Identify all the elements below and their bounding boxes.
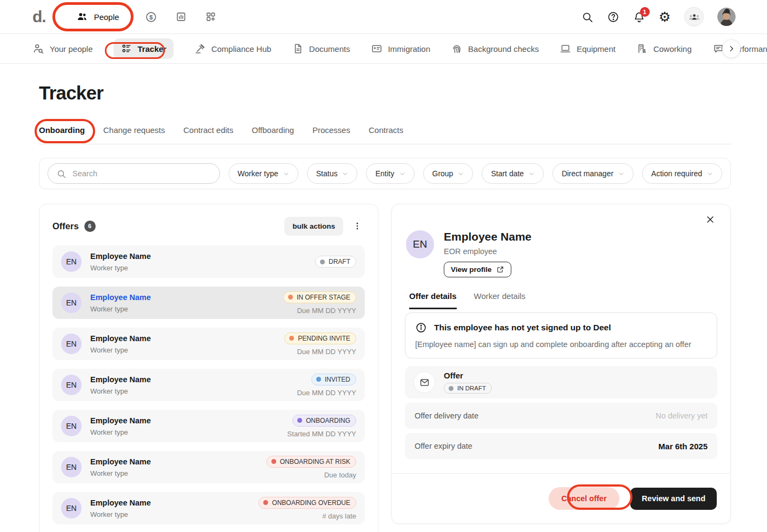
offer-row[interactable]: EN Employee NameWorker type PENDING INVI… — [52, 328, 365, 360]
filter-label: Group — [432, 169, 453, 178]
search-input[interactable] — [72, 169, 211, 178]
offer-row[interactable]: EN Employee NameWorker type INVITEDDue M… — [52, 369, 365, 401]
avatar: EN — [61, 498, 82, 518]
notifications-icon[interactable]: 1 — [633, 11, 645, 23]
nav-item-coworking[interactable]: Coworking — [636, 43, 692, 55]
status-badge: PENDING INVITE — [284, 332, 356, 344]
kebab-menu-icon[interactable] — [350, 218, 365, 234]
tab-offboarding[interactable]: Offboarding — [252, 125, 294, 144]
filter-direct-manager[interactable]: Direct manager — [552, 163, 633, 184]
mail-icon — [413, 371, 435, 393]
employee-detail-panel: EN Employee Name EOR employee View profi… — [391, 204, 731, 524]
worker-type: Worker type — [90, 428, 151, 436]
bulk-actions-button[interactable]: bulk actions — [284, 217, 343, 236]
notice-description: [Employee name] can sign up and complete… — [415, 340, 707, 349]
status-badge: ONBOARDING OVERDUE — [258, 497, 356, 509]
id-card-icon — [371, 43, 383, 55]
filter-bar: Worker type Status Entity Group Start da… — [39, 158, 731, 189]
finance-icon[interactable]: $ — [145, 11, 157, 23]
offer-delivery-date-row: Offer delivery date No delivery yet — [405, 403, 717, 429]
tab-contract-edits[interactable]: Contract edits — [183, 125, 234, 144]
worker-type: Worker type — [90, 469, 151, 477]
nav-label: Your people — [50, 44, 93, 54]
filter-label: Start date — [491, 169, 524, 178]
filter-status[interactable]: Status — [307, 163, 358, 184]
avatar: EN — [61, 292, 82, 313]
offers-count-badge: 6 — [84, 221, 96, 232]
search-box[interactable] — [48, 163, 220, 184]
nav-item-compliance-hub[interactable]: Compliance Hub — [194, 43, 271, 55]
nav-item-your-people[interactable]: Your people — [32, 43, 93, 55]
filter-action-required[interactable]: Action required — [642, 163, 722, 184]
offer-row[interactable]: EN Employee NameWorker type ONBOARDINGSt… — [52, 410, 365, 442]
notification-count-badge: 1 — [640, 7, 650, 17]
tracker-tabs: Onboarding Change requests Contract edit… — [39, 125, 731, 144]
tab-contracts[interactable]: Contracts — [369, 125, 403, 144]
offer-row-selected[interactable]: EN Employee NameWorker type IN OFFER STA… — [52, 287, 365, 319]
tab-worker-details[interactable]: Worker details — [474, 291, 526, 309]
nav-item-equipment[interactable]: Equipment — [559, 43, 616, 55]
cancel-offer-button[interactable]: Cancel offer — [549, 487, 620, 510]
svg-text:$: $ — [150, 14, 154, 20]
chevron-down-icon — [399, 171, 405, 177]
offer-row[interactable]: EN Employee NameWorker type DRAFT — [52, 245, 365, 278]
worker-type: Worker type — [90, 346, 151, 354]
status-dot — [289, 336, 294, 341]
tab-change-requests[interactable]: Change requests — [103, 125, 165, 144]
user-avatar[interactable] — [717, 8, 736, 26]
filter-start-date[interactable]: Start date — [482, 163, 544, 184]
days-late: # days late — [322, 512, 356, 520]
filter-group[interactable]: Group — [423, 163, 473, 184]
status-label: IN OFFER STAGE — [297, 294, 350, 301]
fingerprint-icon — [451, 43, 463, 55]
detail-body: This employee has not yet signed up to D… — [392, 309, 730, 459]
main-content: Tracker Onboarding Change requests Contr… — [0, 82, 767, 532]
employee-name: Employee Name — [90, 334, 151, 343]
apps-icon[interactable] — [205, 11, 217, 23]
filter-label: Worker type — [238, 169, 278, 178]
status-label: IN DRAFT — [457, 385, 486, 391]
review-and-send-button[interactable]: Review and send — [630, 488, 717, 510]
chevron-down-icon — [342, 171, 348, 177]
analytics-icon[interactable] — [175, 11, 187, 23]
nav-item-immigration[interactable]: Immigration — [371, 43, 430, 55]
view-profile-button[interactable]: View profile — [444, 262, 511, 277]
tab-offer-details[interactable]: Offer details — [409, 291, 457, 309]
page-title: Tracker — [39, 82, 731, 104]
employee-name: Employee Name — [90, 498, 151, 507]
nav-label: Coworking — [653, 44, 692, 54]
filter-worker-type[interactable]: Worker type — [229, 163, 298, 184]
nav-item-documents[interactable]: Documents — [292, 43, 350, 55]
offers-title: Offers — [52, 221, 79, 231]
status-badge: ONBOARDING AT RISK — [266, 456, 356, 468]
topbar: d. People $ 1 ⚙ — [0, 0, 767, 34]
content-panels: Offers 6 bulk actions EN Employee NameWo… — [39, 204, 731, 532]
status-label: ONBOARDING — [306, 417, 350, 424]
close-icon[interactable] — [705, 214, 716, 225]
tab-processes[interactable]: Processes — [312, 125, 350, 144]
status-badge: IN OFFER STAGE — [283, 291, 356, 303]
search-icon[interactable] — [581, 11, 593, 23]
employee-name: Employee Name — [444, 230, 531, 243]
help-icon[interactable] — [607, 11, 619, 23]
detail-tabs: Offer details Worker details — [409, 291, 730, 309]
nav-item-background-checks[interactable]: Background checks — [451, 43, 539, 55]
people-nav-button[interactable]: People — [66, 5, 129, 28]
tab-onboarding[interactable]: Onboarding — [39, 125, 85, 144]
detail-footer: Cancel offer Review and send — [392, 473, 730, 523]
avatar: EN — [61, 457, 82, 477]
field-label: Offer delivery date — [415, 411, 478, 420]
due-date: Due MM DD YYYY — [297, 307, 356, 315]
people-icon — [76, 11, 88, 23]
signup-notice-card: This employee has not yet signed up to D… — [405, 312, 717, 358]
offer-row[interactable]: EN Employee NameWorker type ONBOARDING A… — [52, 451, 365, 483]
building-icon — [636, 43, 648, 55]
offer-row[interactable]: EN Employee NameWorker type ONBOARDING O… — [52, 492, 365, 524]
filter-entity[interactable]: Entity — [366, 163, 414, 184]
nav-item-tracker[interactable]: Tracker — [114, 38, 174, 59]
avatar: EN — [61, 334, 82, 354]
org-people-icon[interactable] — [684, 7, 704, 26]
nav-scroll-right-button[interactable] — [722, 39, 741, 58]
status-badge: ONBOARDING — [292, 415, 356, 427]
settings-gear-icon[interactable]: ⚙ — [659, 11, 671, 23]
